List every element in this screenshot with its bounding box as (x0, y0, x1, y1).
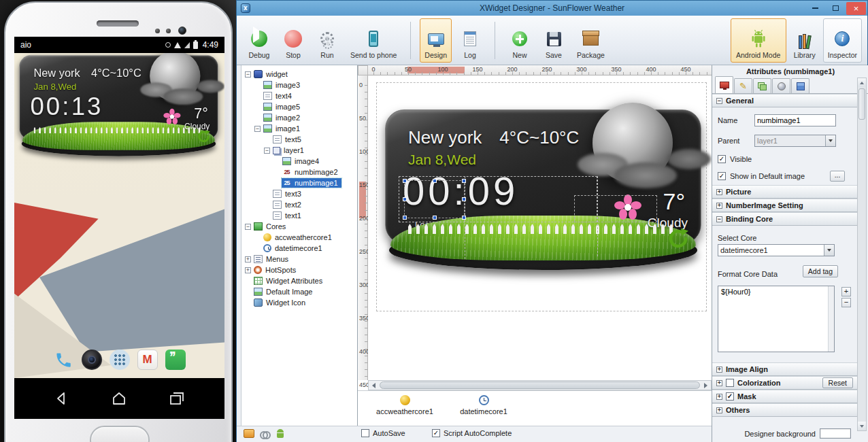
collapse-icon[interactable]: − (245, 224, 251, 230)
selection-handles[interactable] (404, 180, 465, 218)
link-icon[interactable] (260, 430, 271, 438)
chevron-down-icon[interactable] (824, 245, 834, 256)
tree-item-image1[interactable]: −image1 (241, 123, 303, 134)
expand-icon[interactable]: + (716, 407, 722, 413)
gmail-app-icon[interactable]: M (137, 350, 158, 370)
attributes-scrollbar[interactable] (857, 78, 867, 431)
add-tag-button[interactable]: Add tag (803, 265, 838, 277)
section-picture[interactable]: + Picture (712, 185, 857, 199)
stop-button[interactable]: Stop (278, 18, 309, 63)
selection-handle[interactable] (433, 179, 437, 183)
tree-item-menus[interactable]: +Menus (241, 254, 292, 265)
tree-item-image4[interactable]: image4 (241, 156, 322, 167)
textarea-scrollbar[interactable] (828, 286, 834, 352)
tab-edit[interactable]: ✎ (734, 78, 752, 93)
remove-line-button[interactable]: − (841, 298, 851, 307)
run-button[interactable]: Run (312, 18, 343, 63)
tree-item-image5[interactable]: image5 (241, 101, 303, 112)
designer-background-swatch[interactable] (820, 428, 851, 439)
tree-item-widget[interactable]: −widget (241, 69, 291, 80)
name-input[interactable] (754, 114, 836, 126)
collapse-icon[interactable]: − (245, 71, 251, 78)
phone-weather-widget[interactable]: New york 4°C~10°C Jan 8,Wed 00:13 (19, 55, 218, 160)
camera-app-icon[interactable] (82, 350, 102, 370)
scroll-up-icon[interactable] (858, 78, 866, 87)
home-nav-button[interactable] (109, 388, 129, 409)
library-button[interactable]: Library (789, 18, 820, 63)
tree-item-hotspots[interactable]: +HotSpots (241, 265, 299, 275)
selection-handle[interactable] (403, 179, 407, 183)
section-image-align[interactable]: + Image Align (712, 362, 857, 376)
refresh-icon[interactable] (196, 129, 212, 145)
section-colorization[interactable]: + Colorization Reset (712, 376, 857, 390)
design-tab-button[interactable]: Design (420, 18, 452, 63)
skin-icon[interactable] (244, 429, 254, 438)
selection-handle[interactable] (462, 197, 466, 201)
back-button[interactable] (52, 388, 72, 409)
messenger-app-icon[interactable] (165, 350, 186, 370)
browse-button[interactable]: ... (830, 171, 845, 182)
accweathercore-item[interactable]: accweathercore1 (367, 395, 442, 415)
app-drawer-icon[interactable] (110, 350, 130, 370)
collapse-icon[interactable]: − (264, 148, 270, 154)
tree-item-text1[interactable]: text1 (241, 210, 305, 221)
android-icon[interactable] (276, 429, 284, 438)
tree-item-cores[interactable]: −Cores (241, 221, 289, 232)
section-numberimage[interactable]: + NumberImage Setting (712, 199, 857, 212)
new-button[interactable]: New (504, 18, 535, 63)
selection-handle[interactable] (403, 216, 407, 220)
tree-item-layer1[interactable]: −layer1 (241, 145, 307, 156)
home-button[interactable] (90, 426, 150, 442)
selection-handle[interactable] (433, 216, 437, 220)
visible-checkbox[interactable] (718, 155, 726, 163)
section-general[interactable]: − General (712, 94, 857, 107)
collapse-icon[interactable]: − (716, 216, 722, 222)
refresh-icon[interactable] (666, 226, 690, 252)
minimize-button[interactable] (805, 2, 825, 15)
colorization-checkbox[interactable] (726, 379, 734, 387)
android-mode-button[interactable]: Android Mode (731, 18, 786, 63)
expand-icon[interactable]: + (716, 380, 722, 386)
tree-item-text5[interactable]: text5 (241, 134, 305, 145)
tree-item-text3[interactable]: text3 (241, 188, 305, 199)
expand-icon[interactable]: + (716, 203, 722, 209)
tree-item-text4[interactable]: text4 (241, 90, 295, 101)
reset-button[interactable]: Reset (822, 377, 853, 388)
tree-item-text2[interactable]: text2 (241, 199, 305, 210)
datetimecore-item[interactable]: datetimecore1 (446, 395, 521, 415)
autosave-checkbox[interactable] (361, 429, 369, 437)
tree-item-image2[interactable]: image2 (241, 112, 303, 123)
inspector-button[interactable]: i Inspector (823, 18, 862, 63)
scroll-left-icon[interactable] (369, 381, 379, 390)
tab-display[interactable] (715, 76, 733, 93)
select-core-dropdown[interactable]: datetimecore1 (718, 244, 835, 256)
parent-dropdown[interactable]: layer1 (754, 135, 836, 147)
send-to-phone-button[interactable]: Send to phone (346, 18, 401, 63)
tab-effects[interactable] (772, 78, 790, 93)
canvas-weather-widget[interactable]: New york 4°C~10°C Jan 8,Wed 00:09 Loadin… (385, 109, 701, 276)
scrollbar-thumb[interactable] (858, 88, 865, 120)
tree-item-widget-icon[interactable]: Widget Icon (241, 297, 309, 308)
script-autocomplete-checkbox[interactable] (432, 429, 440, 437)
canvas-horizontal-scrollbar[interactable] (368, 380, 712, 390)
add-line-button[interactable]: + (841, 287, 851, 296)
tree-item-numbimage2[interactable]: 25numbimage2 (241, 167, 341, 177)
mask-checkbox[interactable] (726, 392, 734, 401)
title-bar[interactable]: XWidget Designer - SunFlower Weather × (237, 1, 867, 16)
selection-handle[interactable] (403, 197, 407, 201)
debug-button[interactable]: Debug (244, 18, 275, 63)
phone-app-icon[interactable] (54, 350, 74, 370)
selection-handle[interactable] (462, 216, 466, 220)
expand-icon[interactable]: + (245, 256, 251, 262)
section-others[interactable]: + Others (712, 403, 857, 417)
maximize-button[interactable] (826, 2, 846, 15)
tab-script[interactable] (791, 78, 809, 93)
tree-item-datetimecore1[interactable]: datetimecore1 (241, 243, 326, 254)
scroll-right-icon[interactable] (701, 381, 711, 390)
tab-layout[interactable] (753, 78, 771, 93)
expand-icon[interactable]: + (245, 267, 251, 273)
expand-icon[interactable]: + (716, 367, 722, 373)
expand-icon[interactable]: + (716, 189, 722, 195)
section-binding-core[interactable]: − Binding Core (712, 212, 857, 226)
selection-handle[interactable] (462, 179, 466, 183)
